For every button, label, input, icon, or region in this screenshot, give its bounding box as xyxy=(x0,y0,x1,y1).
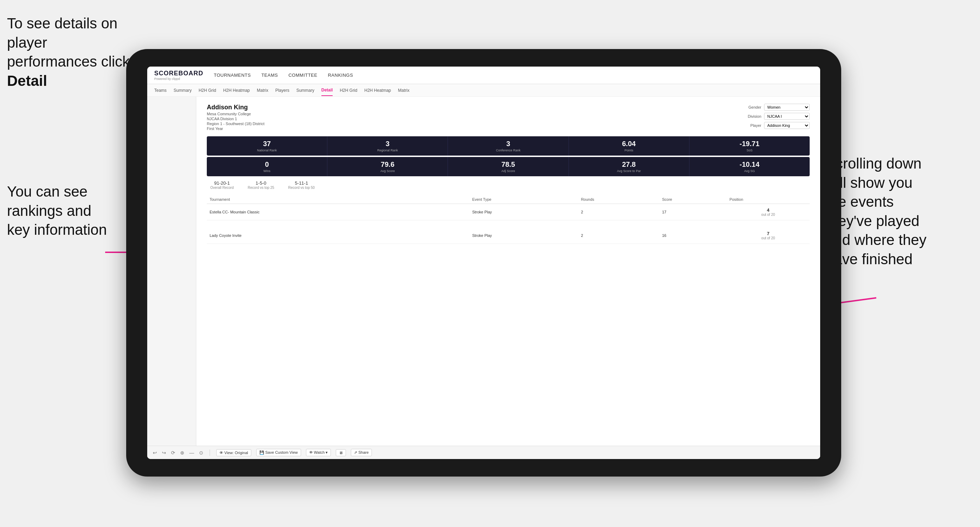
stat-avg-score-par-label: Avg Score to Par xyxy=(572,169,686,173)
stat-wins: 0 Wins xyxy=(207,157,328,176)
toolbar-sep1 xyxy=(210,449,210,456)
annotation-top-left-bold: Detail xyxy=(7,73,47,89)
record-top50-label: Record vs top 50 xyxy=(288,186,315,190)
minus-icon[interactable]: — xyxy=(189,450,194,456)
stat-avg-score: 79.6 Avg Score xyxy=(328,157,448,176)
sub-nav: Teams Summary H2H Grid H2H Heatmap Matri… xyxy=(147,84,820,97)
stat-avg-sg-label: Avg SG xyxy=(692,169,807,173)
gender-label: Gender xyxy=(742,105,761,110)
subnav-h2hheatmap[interactable]: H2H Heatmap xyxy=(223,85,250,96)
annotation-right: Scrolling down will show you the events … xyxy=(826,154,973,269)
record-overall-label: Overall Record xyxy=(210,186,234,190)
save-custom-view-label: 💾 Save Custom View xyxy=(259,450,298,455)
share-button[interactable]: ⇗ Share xyxy=(351,449,372,456)
save-custom-view-button[interactable]: 💾 Save Custom View xyxy=(256,449,301,456)
add-icon[interactable]: ⊕ xyxy=(180,450,185,456)
screen-button[interactable]: 🖥 xyxy=(336,449,346,456)
annotation-bl1: You can see xyxy=(7,183,88,200)
redo-icon[interactable]: ↪ xyxy=(162,450,166,456)
col-tournament: Tournament xyxy=(207,195,445,204)
stat-points-value: 6.04 xyxy=(572,140,686,148)
share-label: ⇗ Share xyxy=(354,450,368,455)
subnav-h2hheatmap2[interactable]: H2H Heatmap xyxy=(364,85,391,96)
nav-committee[interactable]: COMMITTEE xyxy=(288,71,318,79)
subnav-summary2[interactable]: Summary xyxy=(296,85,314,96)
subnav-summary[interactable]: Summary xyxy=(173,85,191,96)
subnav-matrix2[interactable]: Matrix xyxy=(398,85,410,96)
annotation-bl2: rankings and xyxy=(7,203,91,219)
record-top50: 5-11-1 Record vs top 50 xyxy=(288,181,315,190)
bottom-toolbar: ↩ ↪ ⟳ ⊕ — ⊙ 👁 View: Original 💾 Save Cust… xyxy=(147,446,820,459)
table-row[interactable]: Estella CC- Mountain Classic Stroke Play… xyxy=(207,204,810,221)
cell-score: 16 xyxy=(659,227,727,244)
cell-score: 17 xyxy=(659,204,727,221)
stat-avg-score-value: 79.6 xyxy=(330,160,445,168)
cell-tournament: Lady Coyote Invite xyxy=(207,227,445,244)
subnav-detail[interactable]: Detail xyxy=(321,85,333,96)
refresh-icon[interactable]: ⟳ xyxy=(171,450,175,456)
player-select[interactable]: Addison King xyxy=(764,122,810,129)
cell-event-type: Stroke Play xyxy=(469,204,578,221)
cell-rounds: 2 xyxy=(578,227,659,244)
division-control: Division NJCAA I NJCAA II xyxy=(742,113,810,120)
content-area: Addison King Mesa Community College NJCA… xyxy=(196,97,820,459)
division-select[interactable]: NJCAA I NJCAA II xyxy=(764,113,810,120)
nav-teams[interactable]: TEAMS xyxy=(261,71,278,79)
player-info: Addison King Mesa Community College NJCA… xyxy=(207,104,264,131)
stats-row1: 37 National Rank 3 Regional Rank 3 Confe… xyxy=(207,136,810,156)
player-college: Mesa Community College xyxy=(207,112,264,116)
record-top50-value: 5-11-1 xyxy=(288,181,315,186)
logo-area: SCOREBOARD Powered by clippd xyxy=(154,70,203,81)
stat-national-rank: 37 National Rank xyxy=(207,136,328,156)
nav-bar: SCOREBOARD Powered by clippd TOURNAMENTS… xyxy=(147,67,820,84)
subnav-players[interactable]: Players xyxy=(275,85,289,96)
table-row-spacer xyxy=(207,243,810,251)
cell-position: 4 out of 20 xyxy=(727,204,810,221)
gender-select[interactable]: Women Men xyxy=(764,104,810,111)
cell-rounds: 2 xyxy=(578,204,659,221)
annotation-top-left: To see details on player performances cl… xyxy=(7,14,140,90)
tablet-screen: SCOREBOARD Powered by clippd TOURNAMENTS… xyxy=(147,67,820,459)
record-overall: 91-20-1 Overall Record xyxy=(210,181,234,190)
stat-points: 6.04 Points xyxy=(569,136,689,156)
stat-national-rank-label: National Rank xyxy=(210,149,324,152)
player-name: Addison King xyxy=(207,104,264,111)
record-top25-label: Record vs top 25 xyxy=(248,186,274,190)
subnav-matrix[interactable]: Matrix xyxy=(257,85,269,96)
stat-national-rank-value: 37 xyxy=(210,140,324,148)
subnav-h2hgrid2[interactable]: H2H Grid xyxy=(340,85,357,96)
gender-control: Gender Women Men xyxy=(742,104,810,111)
undo-icon[interactable]: ↩ xyxy=(153,450,157,456)
stat-conference-rank: 3 Conference Rank xyxy=(448,136,568,156)
annotation-bl3: key information xyxy=(7,221,107,238)
table-header-row: Tournament Event Type Rounds Score Posit… xyxy=(207,195,810,204)
stat-avg-sg: -10.14 Avg SG xyxy=(689,157,810,176)
stat-conference-rank-label: Conference Rank xyxy=(451,149,565,152)
watch-label: 👁 Watch ▾ xyxy=(309,450,328,455)
main-content: Addison King Mesa Community College NJCA… xyxy=(147,97,820,459)
nav-rankings[interactable]: RANKINGS xyxy=(328,71,353,79)
watch-button[interactable]: 👁 Watch ▾ xyxy=(306,449,331,456)
record-top25: 1-5-0 Record vs top 25 xyxy=(248,181,274,190)
player-region: Region 1 - Southwest (18) District xyxy=(207,122,264,126)
subnav-h2hgrid[interactable]: H2H Grid xyxy=(199,85,216,96)
stat-wins-value: 0 xyxy=(210,160,324,168)
stat-sos-label: SoS xyxy=(692,149,807,152)
stat-sos: -19.71 SoS xyxy=(689,136,810,156)
stat-adj-score-label: Adj Score xyxy=(451,169,565,173)
record-overall-value: 91-20-1 xyxy=(210,181,234,186)
subnav-teams[interactable]: Teams xyxy=(154,85,167,96)
cell-empty xyxy=(445,204,469,221)
settings-icon[interactable]: ⊙ xyxy=(199,450,203,456)
logo-sub: Powered by clippd xyxy=(154,77,203,81)
nav-tournaments[interactable]: TOURNAMENTS xyxy=(214,71,251,79)
view-original-button[interactable]: 👁 View: Original xyxy=(216,449,251,456)
col-position: Position xyxy=(727,195,810,204)
stat-points-label: Points xyxy=(572,149,686,152)
stat-adj-score: 78.5 Adj Score xyxy=(448,157,568,176)
col-event-type: Event Type xyxy=(469,195,578,204)
events-table: Tournament Event Type Rounds Score Posit… xyxy=(207,195,810,251)
stat-sos-value: -19.71 xyxy=(692,140,807,148)
table-row[interactable]: Lady Coyote Invite Stroke Play 2 16 7 ou… xyxy=(207,227,810,244)
stat-avg-score-par: 27.8 Avg Score to Par xyxy=(569,157,689,176)
